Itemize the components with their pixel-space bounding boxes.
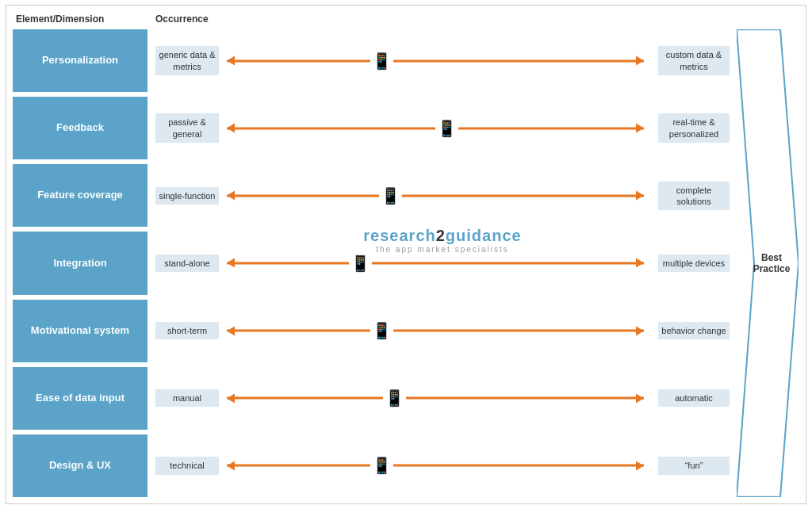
arrow-track-4: 📱 [219,300,652,362]
arrow-track-1: 📱 [219,97,652,159]
right-val-0: custom data & metrics [658,46,730,75]
arrow-line-0 [227,59,644,62]
left-val-6: technical [155,457,219,474]
label-box-3: Integration [13,232,147,294]
label-box-5: Ease of data input [13,367,147,430]
arrow-line-5 [227,397,644,400]
label-box-1: Feedback [13,97,147,159]
left-val-3: stand-alone [155,254,219,272]
label-box-4: Motivational system [13,300,147,362]
best-practice-label: Best Practice [744,252,799,274]
phone-icon-5: 📱 [383,388,406,408]
phone-icon-1: 📱 [435,119,458,138]
arrow-line-2 [227,194,644,197]
arrow-line-6 [227,465,644,467]
chart-row-2: single-function📱complete solutions [155,164,730,227]
main-container: Element/Dimension Occurrence Personaliza… [6,5,806,504]
label-box-0: Personalization [13,29,147,92]
col1-header: Element/Dimension [13,13,147,25]
arrow-track-2: 📱 [219,164,652,227]
arrow-track-0: 📱 [219,29,652,92]
right-val-3: multiple devices [658,254,730,272]
phone-icon-4: 📱 [370,321,393,340]
phone-icon-6: 📱 [370,456,393,475]
label-box-2: Feature coverage [13,164,147,227]
phone-icon-0: 📱 [370,52,393,71]
right-val-5: automatic [658,389,730,407]
phone-icon-3: 📱 [349,254,372,273]
right-val-4: behavior change [658,322,730,339]
left-val-1: passive & general [155,113,219,143]
chart-row-6: technical📱“fun” [155,434,730,497]
chart-row-5: manual📱automatic [155,367,730,430]
arrow-line-3 [227,262,644,264]
best-practice-area: Best Practice [736,29,799,497]
left-labels: PersonalizationFeedbackFeature coverageI… [13,29,147,497]
left-val-4: short-term [155,322,219,339]
left-val-5: manual [155,389,219,407]
chart-row-1: passive & general📱real-time & personaliz… [155,97,730,159]
left-val-2: single-function [155,187,219,205]
left-val-0: generic data & metrics [155,46,219,75]
arrow-track-5: 📱 [219,367,652,430]
label-box-6: Design & UX [13,434,147,497]
chart-row-3: stand-alone📱multiple devices [155,232,730,294]
arrow-track-3: 📱 [219,232,652,294]
chart-row-0: generic data & metrics📱custom data & met… [155,29,730,92]
header-row: Element/Dimension Occurrence [13,13,799,25]
chart-row-4: short-term📱behavior change [155,300,730,362]
main-area: PersonalizationFeedbackFeature coverageI… [13,29,799,497]
chart-area: research2guidance the app market special… [155,29,730,497]
right-val-1: real-time & personalized [658,113,730,143]
right-val-2: complete solutions [658,182,730,211]
col2-header: Occurrence [155,13,209,25]
arrow-line-4 [227,330,644,332]
arrow-track-6: 📱 [219,434,652,497]
phone-icon-2: 📱 [379,186,402,205]
right-val-6: “fun” [658,457,730,474]
